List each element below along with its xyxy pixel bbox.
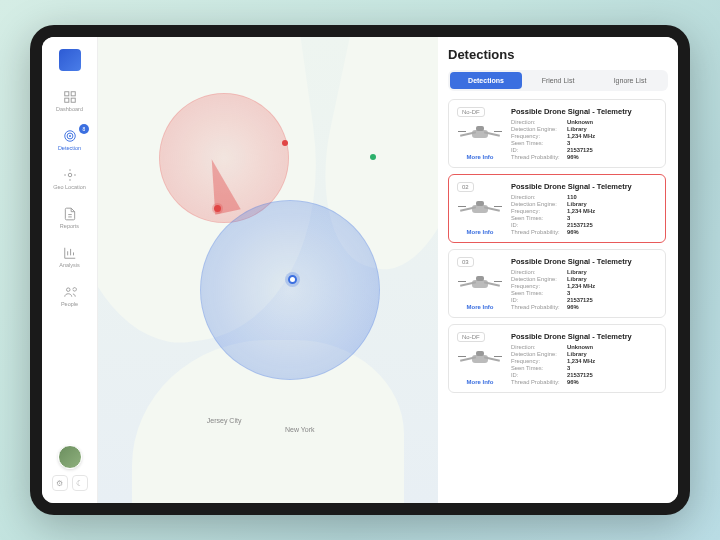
moon-icon: ☾ (76, 479, 83, 488)
sidebar-item-analysis[interactable]: Analysis (42, 239, 97, 274)
engine-value: Library (567, 351, 587, 357)
card-tag: 02 (457, 182, 474, 192)
svg-point-6 (69, 135, 70, 136)
more-info-link[interactable]: More Info (467, 379, 494, 385)
threat-value: 96% (567, 154, 579, 160)
dashboard-icon (62, 89, 78, 105)
tablet-frame: Dashboard 8 Detection Geo Location Repor… (30, 25, 690, 515)
more-info-link[interactable]: More Info (467, 154, 494, 160)
engine-value: Library (567, 201, 587, 207)
svg-point-8 (66, 288, 70, 292)
sidebar-item-geolocation[interactable]: Geo Location (42, 161, 97, 196)
tab-detections[interactable]: Detections (450, 72, 522, 89)
tab-friend-list[interactable]: Friend List (522, 72, 594, 89)
detection-list[interactable]: No-DF More Info Possible Drone Signal - … (448, 99, 668, 503)
card-tag: No-DF (457, 332, 485, 342)
more-info-link[interactable]: More Info (467, 229, 494, 235)
field-label: Thread Probability: (511, 229, 567, 235)
svg-rect-2 (64, 98, 68, 102)
field-label: Seen Times: (511, 140, 567, 146)
id-value: 21537125 (567, 222, 593, 228)
sidebar-item-label: People (61, 301, 78, 307)
field-label: Detection Engine: (511, 126, 567, 132)
map-label-jersey: Jersey City (207, 417, 242, 424)
drone-icon (462, 348, 498, 370)
gear-icon: ⚙ (56, 479, 63, 488)
marker-threat-2[interactable] (282, 140, 288, 146)
threat-value: 96% (567, 304, 579, 310)
field-label: ID: (511, 372, 567, 378)
marker-threat-1[interactable] (214, 205, 221, 212)
app-logo[interactable] (59, 49, 81, 71)
sidebar-item-label: Detection (58, 145, 81, 151)
direction-value: Unknown (567, 344, 593, 350)
sidebar-item-reports[interactable]: Reports (42, 200, 97, 235)
frequency-value: 1,234 MHz (567, 358, 595, 364)
field-label: ID: (511, 297, 567, 303)
threat-value: 96% (567, 229, 579, 235)
chart-icon (62, 245, 78, 261)
direction-value: Unknown (567, 119, 593, 125)
field-label: Detection Engine: (511, 201, 567, 207)
engine-value: Library (567, 276, 587, 282)
svg-rect-0 (64, 92, 68, 96)
sidebar-item-dashboard[interactable]: Dashboard (42, 83, 97, 118)
detection-card[interactable]: 03 More Info Possible Drone Signal - Tel… (448, 249, 666, 318)
field-label: Thread Probability: (511, 304, 567, 310)
theme-button[interactable]: ☾ (72, 475, 88, 491)
detection-card[interactable]: No-DF More Info Possible Drone Signal - … (448, 324, 666, 393)
field-label: Thread Probability: (511, 154, 567, 160)
field-label: Frequency: (511, 208, 567, 214)
field-label: Frequency: (511, 358, 567, 364)
user-avatar[interactable] (58, 445, 82, 469)
sidebar-item-detection[interactable]: 8 Detection (42, 122, 97, 157)
field-label: ID: (511, 222, 567, 228)
field-label: Seen Times: (511, 365, 567, 371)
svg-point-7 (68, 173, 72, 177)
detection-count-badge: 8 (79, 124, 89, 134)
sidebar-item-people[interactable]: People (42, 278, 97, 313)
detection-card[interactable]: 02 More Info Possible Drone Signal - Tel… (448, 174, 666, 243)
sidebar: Dashboard 8 Detection Geo Location Repor… (42, 37, 98, 503)
id-value: 21537125 (567, 297, 593, 303)
app-screen: Dashboard 8 Detection Geo Location Repor… (42, 37, 678, 503)
seen-value: 3 (567, 140, 570, 146)
field-label: ID: (511, 147, 567, 153)
field-label: Seen Times: (511, 215, 567, 221)
field-label: Seen Times: (511, 290, 567, 296)
id-value: 21537125 (567, 372, 593, 378)
sidebar-item-label: Analysis (59, 262, 79, 268)
tab-ignore-list[interactable]: Ignore List (594, 72, 666, 89)
field-label: Detection Engine: (511, 351, 567, 357)
field-label: Thread Probability: (511, 379, 567, 385)
people-icon (62, 284, 78, 300)
drone-icon (462, 198, 498, 220)
location-icon (62, 167, 78, 183)
sidebar-item-label: Geo Location (53, 184, 86, 190)
id-value: 21537125 (567, 147, 593, 153)
more-info-link[interactable]: More Info (467, 304, 494, 310)
marker-friendly[interactable] (370, 154, 376, 160)
detection-card[interactable]: No-DF More Info Possible Drone Signal - … (448, 99, 666, 168)
sidebar-footer: ⚙ ☾ (52, 445, 88, 495)
detection-zone-blue[interactable] (200, 200, 380, 380)
card-tag: 03 (457, 257, 474, 267)
frequency-value: 1,234 MHz (567, 133, 595, 139)
svg-rect-1 (71, 92, 75, 96)
field-label: Direction: (511, 269, 567, 275)
threat-value: 96% (567, 379, 579, 385)
sidebar-item-label: Dashboard (56, 106, 83, 112)
sidebar-item-label: Reports (60, 223, 79, 229)
drone-icon (462, 123, 498, 145)
panel-tabs: Detections Friend List Ignore List (448, 70, 668, 91)
map-view[interactable]: Jersey City New York (98, 37, 438, 503)
panel-title: Detections (448, 47, 668, 62)
settings-button[interactable]: ⚙ (52, 475, 68, 491)
document-icon (62, 206, 78, 222)
detections-panel: Detections Detections Friend List Ignore… (438, 37, 678, 503)
field-label: Direction: (511, 344, 567, 350)
field-label: Frequency: (511, 133, 567, 139)
map-label-newyork: New York (285, 426, 315, 433)
direction-value: Library (567, 269, 587, 275)
seen-value: 3 (567, 290, 570, 296)
